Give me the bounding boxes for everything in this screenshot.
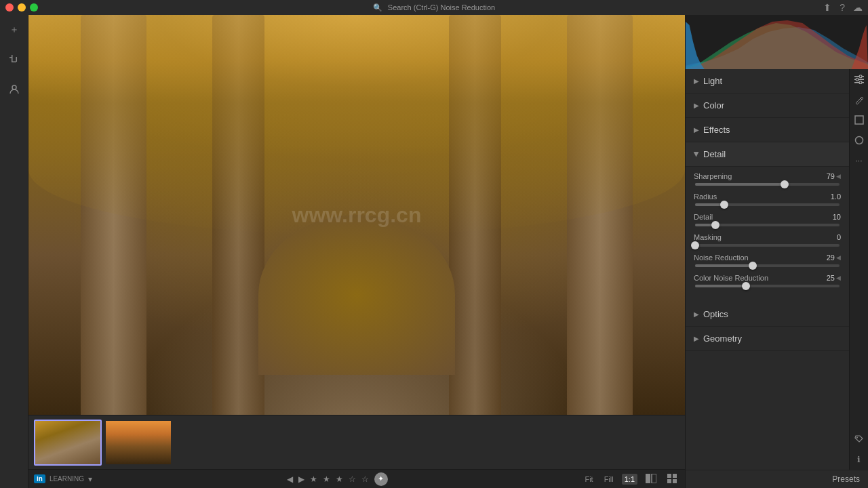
masking-label: Masking <box>694 233 722 241</box>
filmstrip-thumb-1[interactable] <box>34 420 102 466</box>
center-area: www.rrcg.cn in LEARNING ▾ ◀ ▶ ★ ★ <box>28 15 685 488</box>
radius-label: Radius <box>694 192 717 201</box>
svg-rect-2 <box>16 57 17 62</box>
geometry-chevron: ▶ <box>694 335 699 342</box>
radius-row: Radius 1.0 <box>694 192 841 206</box>
star-3[interactable]: ★ <box>336 474 343 484</box>
radius-track[interactable] <box>695 203 840 206</box>
search-text: Search (Ctrl-G) Noise Reduction <box>388 3 495 12</box>
add-icon[interactable]: ＋ <box>5 20 24 39</box>
circle-select-icon[interactable] <box>852 133 867 148</box>
svg-point-16 <box>859 81 862 84</box>
left-sidebar: ＋ <box>0 15 28 488</box>
effects-section-header[interactable]: ▶ Effects <box>686 118 849 142</box>
svg-point-18 <box>855 137 863 144</box>
svg-rect-3 <box>9 57 12 58</box>
detail-row: Detail 10 <box>694 213 841 226</box>
noise-reduction-thumb[interactable] <box>749 262 757 270</box>
sharpening-fill <box>695 183 785 186</box>
traffic-lights <box>5 3 38 12</box>
color-noise-reduction-row: Color Noise Reduction 25 ◀ <box>694 274 841 287</box>
star-4[interactable]: ☆ <box>349 474 356 484</box>
adjustments-icon[interactable] <box>852 72 867 87</box>
filmstrip <box>28 415 685 469</box>
optics-label: Optics <box>703 309 728 319</box>
sharpening-track[interactable] <box>695 183 840 186</box>
light-section-header[interactable]: ▶ Light <box>686 69 849 94</box>
color-noise-reduction-thumb[interactable] <box>742 282 750 290</box>
right-icons: ··· ℹ <box>849 69 868 470</box>
compare-button[interactable] <box>643 472 659 486</box>
help-icon[interactable]: ? <box>840 2 845 13</box>
color-label: Color <box>703 100 724 110</box>
learning-text: LEARNING <box>50 475 84 483</box>
masking-value: 0 <box>837 233 841 241</box>
color-section-header[interactable]: ▶ Color <box>686 94 849 118</box>
detail-thumb[interactable] <box>711 221 719 229</box>
search-area: 🔍 Search (Ctrl-G) Noise Reduction <box>373 3 495 12</box>
geometry-label: Geometry <box>703 333 742 344</box>
fit-button[interactable]: Fit <box>582 474 595 485</box>
noise-reduction-fill <box>695 264 753 267</box>
square-select-icon[interactable] <box>852 113 867 127</box>
optics-section-header[interactable]: ▶ Optics <box>686 302 849 327</box>
noise-reduction-track[interactable] <box>695 264 840 267</box>
titlebar-right: ⬆ ? ☁ <box>823 2 863 13</box>
fill-button[interactable]: Fill <box>601 474 616 485</box>
detail-track[interactable] <box>695 224 840 226</box>
svg-rect-10 <box>673 479 677 483</box>
noise-reduction-value: 29 ◀ <box>827 253 841 262</box>
info-icon[interactable]: ℹ <box>852 452 867 467</box>
bottom-center: ◀ ▶ ★ ★ ★ ☆ ☆ ✦ <box>98 472 576 486</box>
svg-rect-7 <box>667 474 671 478</box>
panel-with-icons: ▶ Light ▶ Color ▶ Effects ▶ Detail <box>686 69 868 470</box>
svg-rect-6 <box>652 474 656 483</box>
bottom-left: in LEARNING ▾ <box>34 474 92 484</box>
titlebar: 🔍 Search (Ctrl-G) Noise Reduction ⬆ ? ☁ <box>0 0 868 15</box>
tag-icon[interactable] <box>852 432 867 447</box>
light-label: Light <box>703 76 722 86</box>
star-2[interactable]: ★ <box>323 474 330 484</box>
next-button[interactable]: ▶ <box>298 474 304 484</box>
filmstrip-thumb-2[interactable] <box>104 420 172 466</box>
cloud-icon[interactable]: ☁ <box>853 2 863 13</box>
svg-rect-0 <box>12 55 13 62</box>
color-noise-reduction-value: 25 ◀ <box>827 274 841 282</box>
sharpening-thumb[interactable] <box>781 180 789 188</box>
color-noise-reduction-label: Color Noise Reduction <box>694 274 768 282</box>
svg-point-19 <box>856 437 858 439</box>
sharpening-value: 79 ◀ <box>827 172 841 180</box>
upload-icon[interactable]: ⬆ <box>823 2 831 13</box>
color-noise-reduction-fill <box>695 285 746 287</box>
detail-section-content: Sharpening 79 ◀ <box>686 167 849 302</box>
star-5[interactable]: ☆ <box>361 474 369 484</box>
minimize-button[interactable] <box>18 3 26 12</box>
maximize-button[interactable] <box>30 3 38 12</box>
geometry-section-header[interactable]: ▶ Geometry <box>686 327 849 351</box>
svg-point-15 <box>856 78 859 81</box>
more-options-icon[interactable]: ··· <box>852 153 867 168</box>
color-noise-reduction-track[interactable] <box>695 285 840 287</box>
detail-section-header[interactable]: ▶ Detail <box>686 142 849 167</box>
star-1[interactable]: ★ <box>310 474 317 484</box>
radius-thumb[interactable] <box>720 201 728 209</box>
color-chevron: ▶ <box>694 102 699 109</box>
svg-rect-17 <box>855 116 863 124</box>
right-panel: ▶ Light ▶ Color ▶ Effects ▶ Detail <box>685 15 868 488</box>
presets-area: Presets <box>686 470 868 488</box>
ratio-button[interactable]: 1:1 <box>622 474 637 485</box>
learning-dropdown[interactable]: ▾ <box>88 474 92 484</box>
main-image: www.rrcg.cn <box>28 15 685 415</box>
light-chevron: ▶ <box>694 77 699 85</box>
grid-button[interactable] <box>665 472 679 486</box>
edit-icon[interactable] <box>852 92 867 107</box>
people-icon[interactable] <box>5 80 24 99</box>
close-button[interactable] <box>5 3 14 12</box>
bottom-bar: in LEARNING ▾ ◀ ▶ ★ ★ ★ ☆ ☆ ✦ Fit Fill 1… <box>28 469 685 488</box>
masking-thumb[interactable] <box>691 241 699 249</box>
masking-track[interactable] <box>695 244 840 247</box>
prev-button[interactable]: ◀ <box>287 474 293 484</box>
logo-icon: ✦ <box>374 472 388 486</box>
presets-button[interactable]: Presets <box>832 474 860 484</box>
crop-icon[interactable] <box>5 50 24 69</box>
